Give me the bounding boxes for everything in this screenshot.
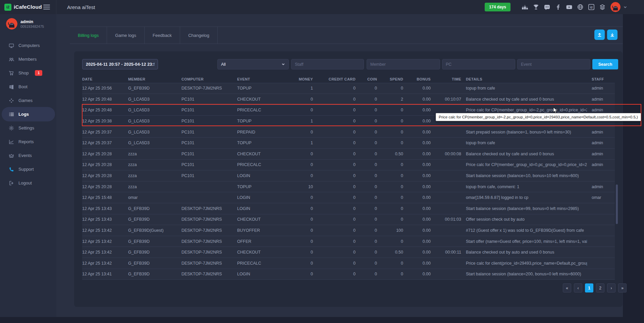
license-days-badge[interactable]: 174 days: [485, 3, 511, 11]
tab-changelog[interactable]: Changelog: [180, 27, 218, 44]
cell-event: TOPUP: [237, 181, 286, 192]
cell-member: zzza: [128, 181, 181, 192]
sidebar-item-events[interactable]: Events: [0, 149, 56, 162]
tab-feedback[interactable]: Feedback: [145, 27, 180, 44]
event-type-select[interactable]: All: [217, 59, 289, 69]
cell-spend: 0: [377, 138, 403, 149]
sidebar-user[interactable]: admin 005193482475: [6, 18, 44, 30]
page-next-button[interactable]: ›: [607, 283, 615, 292]
page-first-button[interactable]: «: [563, 283, 571, 292]
event-filter-input[interactable]: [517, 59, 590, 69]
facebook-icon[interactable]: [555, 4, 561, 10]
cell-spend: 0: [377, 126, 403, 138]
cell-money: 1: [286, 138, 313, 149]
cell-details[interactable]: topup from cafe: [461, 138, 587, 149]
cell-bonus: 0.00: [403, 269, 431, 280]
sidebar-item-boot[interactable]: Boot: [0, 80, 56, 94]
sidebar-nav: Computers Members Shop 1 Boot Games Logs…: [0, 39, 56, 190]
cell-details[interactable]: #712 (Guest offer x 1) was sold to G_EFB…: [461, 225, 587, 236]
col-staff: STAFF: [587, 75, 615, 83]
cell-details[interactable]: Start offer (name=Guest offer, price=100…: [461, 236, 587, 247]
export-upload-button[interactable]: [594, 30, 605, 40]
cell-coin: 0: [356, 192, 377, 203]
page-prev-button[interactable]: ‹: [574, 283, 582, 292]
cell-computer: DESKTOP-7JM2NRS: [181, 269, 237, 280]
page-2-button[interactable]: 2: [596, 283, 604, 292]
cell-time: [431, 192, 461, 203]
cell-date: 12 Apr 25 20:37: [82, 138, 128, 149]
cell-coin: 0: [356, 236, 377, 247]
table-row: 12 Apr 25 13:42 G_EFB39D DESKTOP-7JM2NRS…: [82, 258, 615, 269]
cell-coin: 0: [356, 258, 377, 269]
cell-bonus: 0.00: [403, 247, 431, 258]
youtube-icon[interactable]: [566, 4, 573, 10]
sidebar-item-computers[interactable]: Computers: [0, 39, 56, 52]
sidebar-item-members[interactable]: Members: [0, 52, 56, 66]
icafecloud-icon[interactable]: i2: [588, 4, 595, 10]
cell-event: CHECKOUT: [237, 94, 286, 105]
page-last-button[interactable]: »: [618, 283, 627, 292]
discord-icon[interactable]: [544, 4, 550, 10]
cell-coin: 0: [356, 269, 377, 280]
cell-money: 0: [286, 269, 313, 280]
date-range-filter[interactable]: [82, 59, 158, 69]
sidebar-item-settings[interactable]: Settings: [0, 121, 56, 135]
chevron-down-icon[interactable]: [623, 5, 627, 9]
cell-computer: PC101: [181, 126, 237, 138]
trophy-icon[interactable]: [533, 4, 539, 10]
date-range-input[interactable]: [82, 59, 158, 69]
cell-staff: admin: [587, 94, 615, 105]
cell-details[interactable]: omar[194.59.6.87] logged in to cp: [461, 192, 587, 203]
sidebar-item-shop[interactable]: Shop 1: [0, 66, 56, 80]
cell-bonus: 0.00: [403, 126, 431, 138]
cell-spend: 2: [377, 94, 403, 105]
cell-details[interactable]: Start balance session (balance=200, bonu…: [461, 269, 587, 280]
cell-details[interactable]: Balance checked out by cafe and used 0 b…: [461, 94, 587, 105]
cell-event: PRICECALC: [237, 105, 286, 116]
ranking-icon[interactable]: [522, 4, 528, 10]
sidebar-item-logout[interactable]: Logout: [0, 176, 56, 190]
event-type-filter[interactable]: All: [217, 59, 289, 69]
cell-computer: DESKTOP-7JM2NRS: [181, 236, 237, 247]
cell-time: 00:00:08: [431, 149, 461, 160]
sidebar-item-logs[interactable]: Logs: [0, 107, 56, 121]
table-scrollbar-thumb[interactable]: [616, 184, 618, 224]
export-download-button[interactable]: [607, 30, 618, 40]
cell-details[interactable]: Price calc for CP(member_group_id=0,pc_g…: [461, 159, 587, 170]
cell-bonus: 0.00: [403, 225, 431, 236]
cell-details[interactable]: topup from cafe, comment: 1: [461, 181, 587, 192]
cell-details[interactable]: Start balance session (balance=99, bonus…: [461, 203, 587, 214]
sidebar-item-reports[interactable]: Reports: [0, 135, 56, 149]
staff-filter-input[interactable]: [291, 59, 364, 69]
cell-computer: [181, 181, 237, 192]
cell-details[interactable]: Offer session check out by auto: [461, 214, 587, 225]
cell-money: 10: [286, 181, 313, 192]
cell-money: 0: [286, 159, 313, 170]
globe-icon[interactable]: [577, 4, 584, 10]
cell-time: [431, 269, 461, 280]
menu-toggle-button[interactable]: [43, 4, 50, 10]
cell-coin: 0: [356, 105, 377, 116]
search-button[interactable]: Search: [592, 59, 618, 69]
cell-spend: 0: [377, 83, 403, 94]
page-1-button[interactable]: 1: [585, 283, 593, 292]
user-avatar[interactable]: [610, 2, 621, 12]
tab-game-logs[interactable]: Game logs: [107, 27, 145, 44]
pc-filter-input[interactable]: [442, 59, 515, 69]
cell-details[interactable]: Price calc for client(price_id=29493,pri…: [461, 258, 587, 269]
sidebar-item-games[interactable]: Games: [0, 94, 56, 107]
cell-details[interactable]: Balance checked out by auto and used 0 b…: [461, 247, 587, 258]
tab-billing-logs[interactable]: Billing logs: [70, 27, 107, 44]
cell-details[interactable]: Balance checked out by cafe and used 0 b…: [461, 149, 587, 160]
cell-event: OFFER: [237, 236, 286, 247]
sidebar-item-support[interactable]: Support: [0, 162, 56, 176]
layers-icon[interactable]: [599, 4, 606, 10]
member-filter-input[interactable]: [367, 59, 440, 69]
cell-details[interactable]: Start balance session (balance=10, bonus…: [461, 170, 587, 181]
cell-date: 12 Apr 25 20:28: [82, 159, 128, 170]
table-row: 12 Apr 25 13:43 G_EFB39D DESKTOP-7JM2NRS…: [82, 214, 615, 225]
svg-text:i2: i2: [590, 6, 593, 9]
cell-details[interactable]: Start prepaid session (balance=1, bonus=…: [461, 126, 587, 138]
cell-details[interactable]: topup from cafe: [461, 83, 587, 94]
table-row: 12 Apr 25 13:42 G_EFB39D DESKTOP-7JM2NRS…: [82, 247, 615, 258]
